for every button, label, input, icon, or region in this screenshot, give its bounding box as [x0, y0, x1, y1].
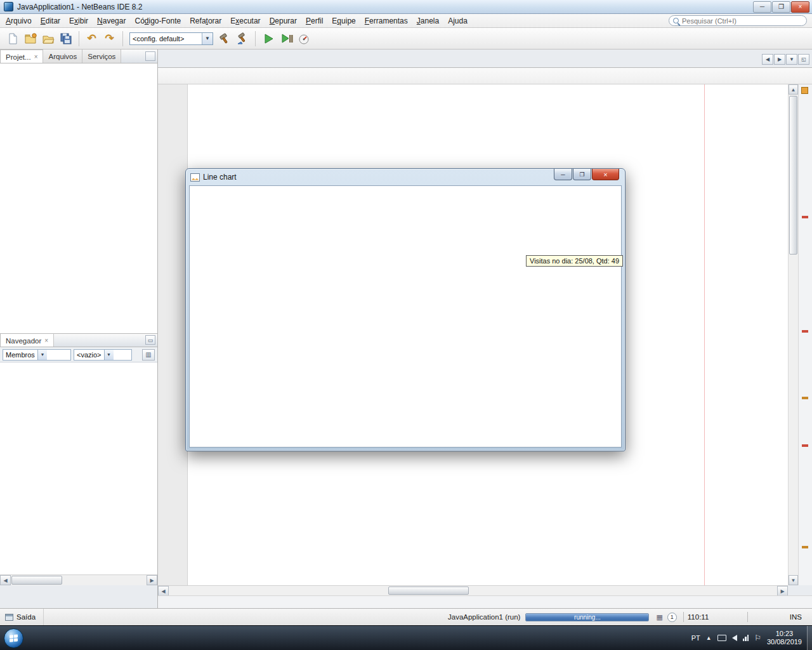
chart-tooltip: Visitas no dia: 25/08, Qtd: 49: [526, 255, 623, 267]
close-button[interactable]: ×: [791, 1, 809, 13]
redo-button[interactable]: ↷: [101, 30, 118, 47]
error-stripe[interactable]: [798, 84, 812, 585]
process-list-icon[interactable]: ▦: [656, 613, 662, 621]
menu-exibir[interactable]: Exibir: [65, 15, 93, 27]
separator: [255, 31, 256, 46]
configuration-combo[interactable]: <config. default>▼: [129, 32, 213, 45]
warning-mark[interactable]: [802, 546, 808, 548]
netbeans-logo-icon: [4, 2, 13, 11]
minimize-button[interactable]: ─: [554, 169, 572, 180]
tab-projet[interactable]: Projet...×: [0, 50, 43, 63]
navigator-sort-button[interactable]: ▥: [142, 349, 155, 361]
navigator-list[interactable]: [0, 362, 157, 574]
scroll-tabs-right-button[interactable]: ▶: [774, 54, 785, 65]
scroll-down-icon[interactable]: ▼: [789, 575, 798, 585]
tab-navigator[interactable]: Navegador×: [0, 333, 54, 347]
debug-project-button[interactable]: [277, 30, 294, 47]
scrollbar-thumb[interactable]: [388, 587, 469, 595]
left-panel: Projet...×ArquivosServiços Navegador× ▭ …: [0, 50, 158, 608]
window-title: JavaApplication1 - NetBeans IDE 8.2: [17, 3, 142, 11]
editor-hscrollbar[interactable]: ◀ ▶: [158, 585, 788, 596]
chevron-down-icon: ▼: [37, 350, 47, 360]
close-tab-icon[interactable]: ×: [34, 54, 38, 60]
breadcrumb: [158, 595, 812, 608]
output-tab[interactable]: Saída: [0, 609, 44, 625]
start-button[interactable]: [4, 628, 23, 648]
display-icon[interactable]: [717, 635, 726, 641]
menu-equipe[interactable]: Equipe: [327, 15, 360, 27]
clean-build-project-button[interactable]: [233, 30, 251, 47]
tray-expand-icon[interactable]: ▲: [706, 635, 712, 641]
language-indicator[interactable]: PT: [691, 634, 700, 642]
search-input[interactable]: [682, 17, 802, 25]
volume-icon[interactable]: [732, 635, 737, 641]
scope-combo[interactable]: <vazio> ▼: [74, 349, 132, 361]
menu-janela[interactable]: Janela: [412, 15, 443, 27]
file-status-icon: [801, 87, 808, 94]
notification-badge[interactable]: 1: [667, 613, 677, 622]
clock[interactable]: 10:23 30/08/2019: [767, 630, 802, 646]
menu-executar[interactable]: Executar: [226, 15, 265, 27]
error-mark[interactable]: [802, 444, 808, 447]
network-icon[interactable]: [743, 635, 749, 641]
scroll-right-icon[interactable]: ▶: [777, 586, 788, 596]
open-project-button[interactable]: [39, 30, 56, 47]
projects-tree[interactable]: [0, 63, 157, 333]
chart-window[interactable]: Line chart ─ ❐ × Visitas no dia: 25/08, …: [185, 168, 625, 451]
titlebar[interactable]: JavaApplication1 - NetBeans IDE 8.2 ─ ❐ …: [0, 0, 812, 14]
minimize-button[interactable]: ─: [753, 1, 771, 13]
scrollbar-thumb[interactable]: [11, 576, 62, 585]
maximize-editor-button[interactable]: ◱: [798, 54, 809, 65]
chart-panel[interactable]: Visitas no dia: 25/08, Qtd: 49: [189, 185, 622, 448]
save-all-button[interactable]: [57, 30, 74, 47]
right-margin-guide: [704, 84, 705, 585]
action-center-icon[interactable]: ⚐: [754, 633, 761, 642]
line-chart[interactable]: [190, 186, 622, 448]
tab-servi-os[interactable]: Serviços: [82, 50, 121, 63]
scroll-left-icon[interactable]: ◀: [158, 586, 169, 596]
members-combo[interactable]: Membros ▼: [3, 349, 71, 361]
scrollbar-thumb[interactable]: [789, 96, 797, 255]
scroll-tabs-left-button[interactable]: ◀: [762, 54, 773, 65]
new-file-button[interactable]: [4, 30, 21, 47]
menu-ferramentas[interactable]: Ferramentas: [360, 15, 412, 27]
quick-search[interactable]: [669, 15, 807, 26]
new-project-button[interactable]: [22, 30, 39, 47]
line-chart-icon: [190, 173, 200, 182]
menu-depurar[interactable]: Depurar: [265, 15, 301, 27]
editor-vscrollbar[interactable]: ▲ ▼: [788, 84, 798, 585]
warning-mark[interactable]: [802, 397, 808, 399]
menu-ajuda[interactable]: Ajuda: [443, 15, 472, 27]
scroll-right-icon[interactable]: ▶: [147, 575, 157, 585]
scroll-up-icon[interactable]: ▲: [789, 84, 798, 95]
menu-editar[interactable]: Editar: [36, 15, 65, 27]
show-desktop-button[interactable]: [807, 626, 812, 650]
menu-perfil[interactable]: Perfil: [301, 15, 327, 27]
status-bar: Saída JavaApplication1 (run) running... …: [0, 608, 812, 625]
undo-button[interactable]: ↶: [83, 30, 100, 47]
close-tab-icon[interactable]: ×: [44, 338, 48, 344]
maximize-button[interactable]: ❐: [573, 169, 591, 180]
build-project-button[interactable]: [216, 30, 233, 47]
editor-tab-row: ◀ ▶ ▼ ◱: [158, 50, 812, 68]
minimize-panel-button[interactable]: [145, 51, 155, 61]
insert-mode-indicator: INS: [790, 613, 802, 621]
menu-c-digo-fonte[interactable]: Código-Fonte: [130, 15, 185, 27]
main-toolbar: ↶↷<config. default>▼: [0, 28, 812, 50]
tab-arquivos[interactable]: Arquivos: [43, 50, 82, 63]
navigator-hscrollbar[interactable]: ◀ ▶: [0, 574, 157, 585]
run-project-button[interactable]: [259, 30, 277, 47]
profile-project-button[interactable]: [295, 30, 312, 47]
menu-arquivo[interactable]: Arquivo: [1, 15, 36, 27]
restore-button[interactable]: ❐: [772, 1, 790, 13]
error-mark[interactable]: [802, 216, 808, 218]
menu-refatorar[interactable]: Refatorar: [185, 15, 226, 27]
close-button[interactable]: ×: [592, 169, 619, 180]
tab-list-button[interactable]: ▼: [786, 54, 797, 65]
minimize-panel-button[interactable]: ▭: [145, 335, 155, 345]
menu-navegar[interactable]: Navegar: [93, 15, 130, 27]
scroll-left-icon[interactable]: ◀: [0, 575, 11, 585]
taskbar: PT ▲ ⚐ 10:23 30/08/2019: [0, 625, 812, 650]
netbeans-window: JavaApplication1 - NetBeans IDE 8.2 ─ ❐ …: [0, 0, 812, 650]
error-mark[interactable]: [802, 330, 808, 333]
